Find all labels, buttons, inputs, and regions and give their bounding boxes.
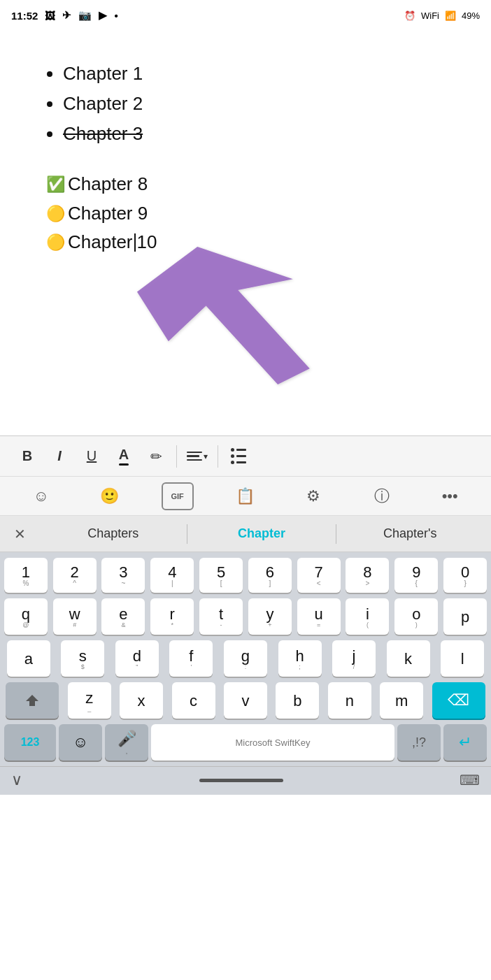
key-u[interactable]: u=	[297, 598, 341, 635]
enter-key[interactable]: ↵	[443, 724, 487, 761]
document-area[interactable]: Chapter 1 Chapter 2 Chapter 3 ✅ Chapter …	[0, 31, 491, 436]
key-n[interactable]: n	[328, 682, 371, 719]
autocomplete-word-1[interactable]: Chapters	[39, 524, 187, 544]
sticker-button[interactable]: 🙂	[93, 482, 125, 510]
key-i[interactable]: i(	[346, 598, 389, 635]
shift-button[interactable]	[6, 682, 59, 719]
asdf-row: a s$ d" f' g: h; j/ k l	[0, 637, 491, 679]
number-row: 1% 2^ 3~ 4| 5[ 6] 7< 8> 9{ 0}	[0, 552, 491, 596]
key-m[interactable]: m	[380, 682, 423, 719]
key-q[interactable]: q@	[4, 598, 48, 635]
toolbar-separator-2	[218, 445, 218, 468]
key-t[interactable]: t-	[199, 598, 243, 635]
list-icon	[231, 448, 246, 464]
key-l[interactable]: l	[441, 640, 484, 677]
key-w[interactable]: w#	[53, 598, 97, 635]
more-button[interactable]: •••	[434, 482, 466, 510]
key-v[interactable]: v	[224, 682, 267, 719]
keyboard-grid-button[interactable]: ⌨	[460, 772, 480, 788]
list-item-chapter1: Chapter 1	[63, 59, 463, 89]
instagram-icon: 📷	[78, 9, 92, 22]
list-item-chapter3: Chapter 3	[63, 119, 463, 149]
alarm-icon: ⏰	[404, 10, 415, 21]
delete-button[interactable]: ⌫	[432, 682, 485, 719]
align-icon	[187, 452, 202, 461]
autocomplete-close-button[interactable]: ✕	[7, 526, 32, 542]
status-left: 11:52 🖼 ✈ 📷 ▶ •	[11, 9, 118, 22]
key-1[interactable]: 1%	[4, 558, 48, 593]
key-d[interactable]: d"	[115, 640, 159, 677]
key-s[interactable]: s$	[61, 640, 104, 677]
emoji-key[interactable]: ☺	[59, 724, 102, 761]
list-item-chapter10: 🟡 Chapter10	[46, 228, 463, 257]
key-5[interactable]: 5[	[199, 558, 243, 593]
home-indicator	[199, 779, 283, 782]
toolbar-separator-1	[176, 445, 177, 468]
key-2[interactable]: 2^	[53, 558, 97, 593]
autocomplete-bar: ✕ Chapters Chapter Chapter's	[0, 516, 491, 552]
key-0[interactable]: 0}	[443, 558, 487, 593]
autocomplete-word-2[interactable]: Chapter	[187, 524, 335, 544]
key-9[interactable]: 9{	[394, 558, 438, 593]
key-h[interactable]: h;	[278, 640, 322, 677]
key-b[interactable]: b	[276, 682, 319, 719]
list-item-chapter8: ✅ Chapter 8	[46, 170, 463, 199]
battery: 49%	[462, 10, 480, 21]
chapter10-text-before-cursor: Chapter	[68, 228, 133, 257]
key-x[interactable]: x	[120, 682, 163, 719]
key-8[interactable]: 8>	[346, 558, 389, 593]
key-g[interactable]: g:	[224, 640, 267, 677]
key-f[interactable]: f'	[169, 640, 213, 677]
photos-icon: 🖼	[45, 10, 55, 22]
clipboard-button[interactable]: 📋	[229, 482, 262, 510]
key-o[interactable]: o)	[394, 598, 438, 635]
key-k[interactable]: k	[387, 640, 430, 677]
punctuation-key[interactable]: ,!?	[397, 724, 441, 761]
chevron-down-button[interactable]: ∨	[11, 771, 22, 789]
microphone-key[interactable]: 🎤 ‚	[105, 724, 148, 761]
wifi-icon: WiFi	[421, 10, 439, 21]
key-c[interactable]: c	[172, 682, 215, 719]
key-y[interactable]: y+	[248, 598, 292, 635]
chapter9-text: Chapter 9	[68, 199, 148, 229]
key-a[interactable]: a	[7, 640, 50, 677]
key-j[interactable]: j/	[332, 640, 376, 677]
dot-icon: •	[114, 10, 118, 22]
key-r[interactable]: r*	[150, 598, 194, 635]
info-button[interactable]: ⓘ	[366, 482, 398, 510]
chapter8-text: Chapter 8	[68, 170, 148, 199]
chapter10-text-after-cursor: 10	[137, 228, 157, 257]
list-button[interactable]	[222, 442, 255, 471]
underline-button[interactable]: U	[76, 442, 108, 471]
autocomplete-suggestions: Chapters Chapter Chapter's	[39, 524, 484, 544]
key-3[interactable]: 3~	[101, 558, 145, 593]
bottom-row: 123 ☺ 🎤 ‚ Microsoft SwiftKey ,!? ↵	[0, 721, 491, 763]
emoji-toolbar: ☺ 🙂 GIF 📋 ⚙ ⓘ •••	[0, 477, 491, 516]
bold-button[interactable]: B	[11, 442, 43, 471]
smiley-button[interactable]: ☺	[25, 482, 57, 510]
time: 11:52	[11, 10, 38, 22]
autocomplete-word-3[interactable]: Chapter's	[336, 524, 484, 544]
key-p[interactable]: p	[443, 598, 487, 635]
key-4[interactable]: 4|	[150, 558, 194, 593]
youtube-icon: ▶	[99, 9, 107, 22]
font-color-button[interactable]: A	[108, 442, 140, 471]
emoji-list: ✅ Chapter 8 🟡 Chapter 9 🟡 Chapter10	[46, 170, 463, 257]
key-z[interactable]: z_	[68, 682, 111, 719]
gif-button[interactable]: GIF	[162, 482, 194, 510]
key-7[interactable]: 7<	[297, 558, 341, 593]
formatting-toolbar: B I U A ✏ ▾	[0, 436, 491, 477]
space-key[interactable]: Microsoft SwiftKey	[151, 724, 394, 761]
list-item-chapter9: 🟡 Chapter 9	[46, 199, 463, 229]
svg-marker-0	[130, 240, 318, 394]
send-icon: ✈	[62, 9, 71, 22]
key-6[interactable]: 6]	[248, 558, 292, 593]
checkmark-emoji: ✅	[46, 172, 65, 196]
key-e[interactable]: e&	[101, 598, 145, 635]
qwerty-row: q@ w# e& r* t- y+ u= i( o) p	[0, 596, 491, 637]
pen-button[interactable]: ✏	[140, 442, 172, 471]
settings-button[interactable]: ⚙	[297, 482, 329, 510]
align-button[interactable]: ▾	[181, 442, 213, 471]
numbers-switch-button[interactable]: 123	[4, 724, 56, 761]
italic-button[interactable]: I	[43, 442, 76, 471]
